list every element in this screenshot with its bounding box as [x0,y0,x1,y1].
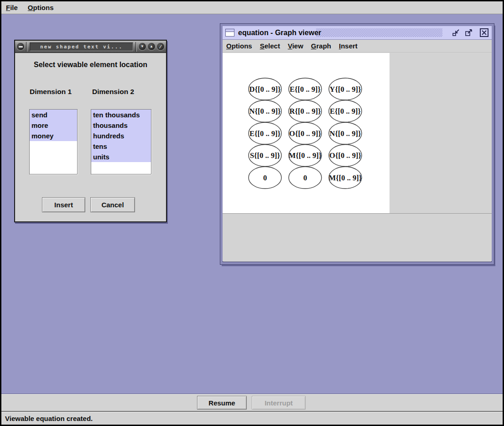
dimension1-label: Dimension 1 [30,88,72,96]
svg-text:O{[0 .. 9]}: O{[0 .. 9]} [329,151,361,160]
dimension2-label: Dimension 2 [92,88,134,96]
application-window: FileOptions new shaped text vi... ▼ ▲ ∕ … [0,0,504,426]
list-item[interactable]: tens [91,141,151,152]
svg-text:D{[0 .. 9]}: D{[0 .. 9]} [249,85,281,94]
shade-up-icon: ▲ [150,45,153,48]
svg-text:E{[0 .. 9]}: E{[0 .. 9]} [330,107,361,116]
graph-node[interactable]: N{[0 .. 9]} [249,100,281,122]
list-item[interactable]: ten thousands [91,110,151,120]
titlebar-divider [135,42,137,52]
dialog-close-button[interactable]: ∕ [156,42,165,51]
graph-menu-item-view[interactable]: View [288,42,303,50]
dialog-heading: Select viewable element location [15,61,166,69]
minimize-button[interactable] [451,28,461,37]
graph-node[interactable]: 0 [289,167,322,189]
svg-text:Y{[0 .. 9]}: Y{[0 .. 9]} [330,85,361,94]
select-location-dialog: new shaped text vi... ▼ ▲ ∕ Select viewa… [14,40,167,222]
graph-canvas[interactable]: D{[0 .. 9]}E{[0 .. 9]}Y{[0 .. 9]}N{[0 ..… [223,53,390,213]
list-item[interactable]: more [30,120,77,131]
graph-node[interactable]: E{[0 .. 9]} [289,78,322,100]
dialog-minus-icon[interactable] [16,42,25,51]
main-menu-item-options[interactable]: Options [28,4,54,11]
list-item[interactable]: hundreds [91,131,151,141]
svg-text:R{[0 .. 9]}: R{[0 .. 9]} [290,107,321,116]
svg-text:E{[0 .. 9]}: E{[0 .. 9]} [290,85,321,94]
graph-node[interactable]: M{[0 .. 9]} [289,145,322,167]
dialog-title: new shaped text vi... [30,42,133,51]
graph-menubar: OptionsSelectViewGraphInsert [223,40,492,53]
graph-node[interactable]: E{[0 .. 9]} [329,100,362,122]
svg-text:N{[0 .. 9]}: N{[0 .. 9]} [330,129,361,138]
graph-menu-item-select[interactable]: Select [260,42,280,50]
graph-node[interactable]: O{[0 .. 9]} [329,145,362,167]
cancel-button[interactable]: Cancel [90,197,135,212]
svg-text:M{[0 .. 9]}: M{[0 .. 9]} [329,174,362,182]
graph-menu-item-graph[interactable]: Graph [311,42,331,50]
control-strip: Resume Interrupt [1,394,503,411]
insert-button[interactable]: Insert [42,197,85,212]
main-menu-item-file[interactable]: File [6,4,18,11]
graph-node[interactable]: D{[0 .. 9]} [249,78,281,100]
graph-menu-item-options[interactable]: Options [226,42,252,50]
titlebar-texture [316,28,442,37]
list-item[interactable]: send [30,110,77,120]
dialog-shade-down-button[interactable]: ▼ [138,42,146,51]
close-slash-icon: ∕ [160,44,161,49]
graph-node[interactable]: R{[0 .. 9]} [289,100,322,122]
close-icon [479,28,489,37]
maximize-icon [464,28,473,37]
status-text: Viewable equation created. [5,415,93,422]
svg-text:0: 0 [263,174,267,182]
graph-node[interactable]: M{[0 .. 9]} [329,167,362,189]
dimension1-list[interactable]: sendmoremoney [29,109,78,174]
graph-node[interactable]: S{[0 .. 9]} [249,145,281,167]
maximize-button[interactable] [464,28,473,37]
graph-node[interactable]: 0 [249,167,281,189]
list-item[interactable]: thousands [91,120,151,131]
main-menubar: FileOptions [1,1,503,14]
status-bar: Viewable equation created. [1,411,503,425]
dialog-titlebar[interactable]: new shaped text vi... ▼ ▲ ∕ [15,41,166,53]
resume-button[interactable]: Resume [197,396,247,410]
graph-menu-item-insert[interactable]: Insert [339,42,358,50]
shade-down-icon: ▼ [140,45,144,48]
svg-text:O{[0 .. 9]}: O{[0 .. 9]} [289,129,321,138]
graph-window-titlebar[interactable]: equation - Graph viewer [223,26,492,40]
minimize-icon [452,28,460,37]
titlebar-divider [26,42,27,52]
minus-icon [19,46,23,47]
graph-node[interactable]: N{[0 .. 9]} [329,122,362,144]
graph-content-area: D{[0 .. 9]}E{[0 .. 9]}Y{[0 .. 9]}N{[0 ..… [223,53,492,261]
graph-window-title: equation - Graph viewer [238,29,321,37]
graph-node[interactable]: E{[0 .. 9]} [249,122,281,144]
svg-text:N{[0 .. 9]}: N{[0 .. 9]} [249,107,281,116]
graph-node[interactable]: Y{[0 .. 9]} [329,78,362,100]
dialog-shade-up-button[interactable]: ▲ [147,42,156,51]
svg-text:M{[0 .. 9]}: M{[0 .. 9]} [289,151,322,160]
svg-text:0: 0 [303,174,307,182]
list-item[interactable]: units [91,152,151,162]
interrupt-button: Interrupt [252,396,306,410]
svg-text:E{[0 .. 9]}: E{[0 .. 9]} [249,129,281,138]
window-icon [225,29,234,37]
graph-viewer-window: equation - Graph viewer [220,24,494,264]
graph-node[interactable]: O{[0 .. 9]} [289,122,322,144]
list-item[interactable]: money [30,131,77,141]
dimension2-list[interactable]: ten thousandsthousandshundredstensunits [91,109,151,174]
svg-text:S{[0 .. 9]}: S{[0 .. 9]} [250,151,280,160]
viewport-divider [223,213,492,214]
close-button[interactable] [479,28,489,37]
